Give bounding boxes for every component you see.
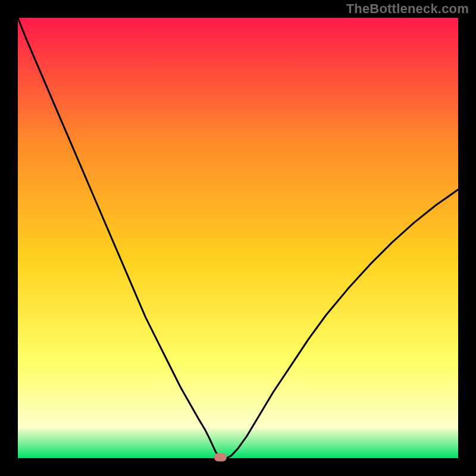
chart-svg: [0, 0, 476, 476]
min-marker: [214, 453, 226, 461]
watermark-text: TheBottleneck.com: [346, 1, 469, 17]
chart-container: TheBottleneck.com: [0, 0, 476, 476]
plot-background: [18, 18, 458, 458]
